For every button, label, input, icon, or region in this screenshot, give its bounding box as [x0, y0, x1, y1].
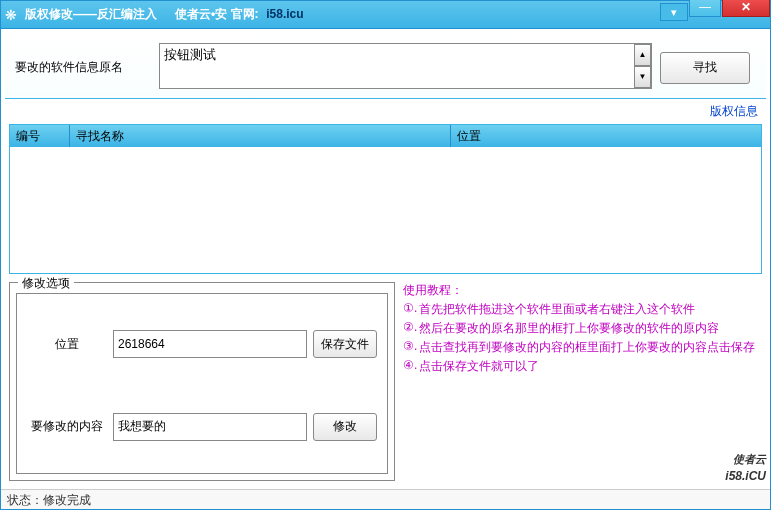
content-input[interactable] [113, 413, 307, 441]
col-position[interactable]: 位置 [451, 125, 761, 147]
tutorial-item-4: ④. 点击保存文件就可以了 [403, 358, 760, 375]
title-part2: 使者云•安 官网: [175, 7, 259, 21]
spin-buttons: ▲ ▼ [634, 44, 651, 88]
tutorial-item-1: ①. 首先把软件拖进这个软件里面或者右键注入这个软件 [403, 301, 760, 318]
content-label: 要修改的内容 [27, 418, 107, 435]
tutorial-text-1: 首先把软件拖进这个软件里面或者右键注入这个软件 [419, 301, 695, 318]
results-table: 编号 寻找名称 位置 [9, 124, 762, 274]
status-prefix: 状态： [7, 493, 43, 507]
copyright-info-link[interactable]: 版权信息 [710, 104, 758, 118]
tutorial-num-3: ③. [403, 339, 417, 356]
title-url: i58.icu [266, 7, 303, 21]
save-file-button[interactable]: 保存文件 [313, 330, 377, 358]
watermark: 使者云 i58.iCU [725, 455, 766, 483]
watermark-main: i58.iCU [725, 469, 766, 483]
settings-button[interactable]: ▾ [660, 3, 688, 21]
statusbar: 状态：修改完成 [1, 489, 770, 509]
tutorial-text-2: 然后在要改的原名那里的框打上你要修改的软件的原内容 [419, 320, 719, 337]
table-header: 编号 寻找名称 位置 [10, 125, 761, 147]
app-window: ❋ 版权修改——反汇编注入 使者云•安 官网: i58.icu ▾ ― ✕ 要改… [0, 0, 771, 510]
spin-up-icon[interactable]: ▲ [634, 44, 651, 66]
position-input[interactable] [113, 330, 307, 358]
minimize-button[interactable]: ― [689, 0, 721, 17]
modify-panel-title: 修改选项 [18, 275, 74, 292]
table-body[interactable] [10, 147, 761, 273]
spin-down-icon[interactable]: ▼ [634, 66, 651, 88]
watermark-top: 使者云 [725, 455, 766, 464]
titlebar-buttons: ▾ ― ✕ [659, 1, 770, 28]
app-icon: ❋ [5, 7, 21, 23]
search-textarea[interactable]: 按钮测试 [159, 43, 652, 89]
modify-panel: 修改选项 位置 保存文件 要修改的内容 修改 [9, 282, 395, 481]
title-part1: 版权修改——反汇编注入 [25, 7, 157, 21]
col-id[interactable]: 编号 [10, 125, 70, 147]
tutorial-num-4: ④. [403, 358, 417, 375]
tutorial-num-2: ②. [403, 320, 417, 337]
tutorial-title: 使用教程： [403, 282, 760, 299]
modify-button[interactable]: 修改 [313, 413, 377, 441]
close-button[interactable]: ✕ [722, 0, 770, 17]
col-name[interactable]: 寻找名称 [70, 125, 451, 147]
client-area: 要改的软件信息原名 按钮测试 ▲ ▼ 寻找 版权信息 编号 寻找名称 位置 [1, 29, 770, 489]
search-label: 要改的软件信息原名 [11, 59, 151, 76]
search-box: 按钮测试 ▲ ▼ [159, 43, 652, 92]
tutorial-text-3: 点击查找再到要修改的内容的框里面打上你要改的内容点击保存 [419, 339, 755, 356]
find-button[interactable]: 寻找 [660, 52, 750, 84]
tutorial-num-1: ①. [403, 301, 417, 318]
tutorial-text-4: 点击保存文件就可以了 [419, 358, 539, 375]
link-row: 版权信息 [5, 99, 766, 124]
tutorial-panel: 使用教程： ①. 首先把软件拖进这个软件里面或者右键注入这个软件 ②. 然后在要… [401, 282, 762, 481]
lower-area: 修改选项 位置 保存文件 要修改的内容 修改 使用教程： ①. 首先把软件拖进这… [9, 282, 762, 481]
search-row: 要改的软件信息原名 按钮测试 ▲ ▼ 寻找 [5, 33, 766, 99]
title-text: 版权修改——反汇编注入 使者云•安 官网: i58.icu [25, 6, 659, 23]
tutorial-item-3: ③. 点击查找再到要修改的内容的框里面打上你要改的内容点击保存 [403, 339, 760, 356]
position-label: 位置 [27, 336, 107, 353]
modify-inner: 位置 保存文件 要修改的内容 修改 [16, 293, 388, 474]
titlebar: ❋ 版权修改——反汇编注入 使者云•安 官网: i58.icu ▾ ― ✕ [1, 1, 770, 29]
tutorial-item-2: ②. 然后在要改的原名那里的框打上你要修改的软件的原内容 [403, 320, 760, 337]
status-text: 修改完成 [43, 493, 91, 507]
